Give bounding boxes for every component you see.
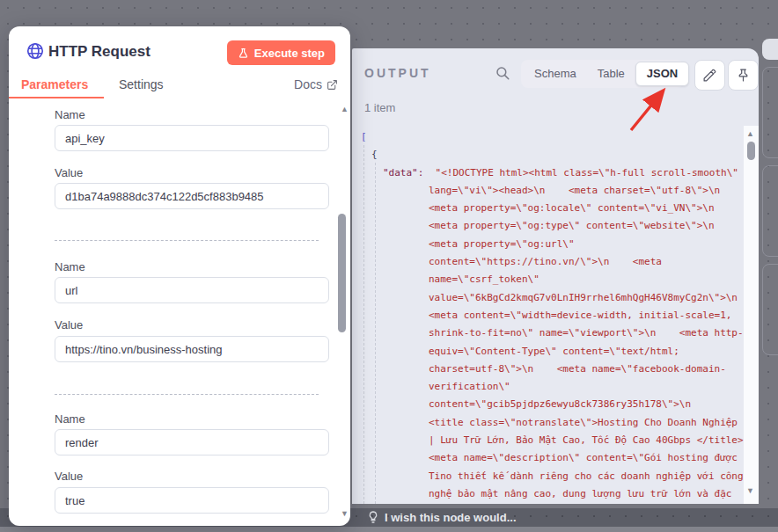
pencil-icon [702,68,717,83]
field-label: Name [55,108,85,121]
tab-schema[interactable]: Schema [524,62,587,85]
json-code: [{"data": "<!DOCTYPE html><html class=\"… [352,128,759,503]
divider [55,240,319,241]
json-scrollbar-thumb[interactable] [747,142,755,160]
param-value-input-1[interactable] [55,183,329,209]
output-panel: OUTPUT Schema Table JSON 1 item [{"data"… [352,48,759,504]
globe-icon [26,41,45,61]
tab-table[interactable]: Table [587,62,635,85]
field-label: Value [55,166,83,179]
json-scrollbar[interactable]: ▲ ▼ [744,126,759,504]
divider [55,394,319,395]
field-label: Name [55,412,85,426]
wish-text: I wish this node would... [385,511,517,524]
scroll-down-icon[interactable]: ▼ [746,487,754,495]
field-label: Value [55,470,83,483]
active-tab-underline [9,97,104,98]
execute-step-button[interactable]: Execute step [227,40,335,65]
docs-label: Docs [294,77,322,91]
node-title: HTTP Request [48,43,150,61]
field-label: Value [55,318,83,332]
pin-icon [736,68,751,83]
param-value-input-2[interactable] [55,336,329,362]
background-card [762,264,778,355]
param-name-input-2[interactable] [55,277,329,303]
pin-data-button[interactable] [728,60,759,91]
tab-parameters[interactable]: Parameters [21,77,88,91]
param-value-input-3[interactable] [55,487,329,514]
param-name-input-3[interactable] [55,429,329,455]
output-view-switcher: Schema Table JSON [521,60,684,88]
scroll-up-icon[interactable]: ▲ [746,130,754,138]
background-card [762,67,778,158]
node-details-panel: HTTP Request Execute step Parameters Set… [9,26,350,526]
search-icon[interactable] [495,65,510,81]
output-item-count: 1 item [364,101,395,114]
flask-icon [238,47,249,59]
field-label: Name [55,260,85,273]
scroll-down-icon[interactable]: ▼ [341,510,349,518]
output-panel-title: OUTPUT [364,66,431,80]
background-card [762,39,778,60]
scroll-up-icon[interactable]: ▲ [341,106,349,113]
panel-scrollbar-thumb[interactable] [338,214,346,332]
external-link-icon [327,79,338,91]
tab-json[interactable]: JSON [635,62,689,86]
json-output-view: [{"data": "<!DOCTYPE html><html class=\"… [352,126,759,504]
lightbulb-icon [366,510,380,524]
param-name-input-1[interactable] [55,125,329,151]
edit-output-button[interactable] [694,60,725,91]
backdrop-strip [0,527,778,532]
docs-link[interactable]: Docs [294,77,338,91]
execute-step-label: Execute step [254,47,325,60]
background-card [762,165,778,257]
tab-settings[interactable]: Settings [119,77,164,91]
